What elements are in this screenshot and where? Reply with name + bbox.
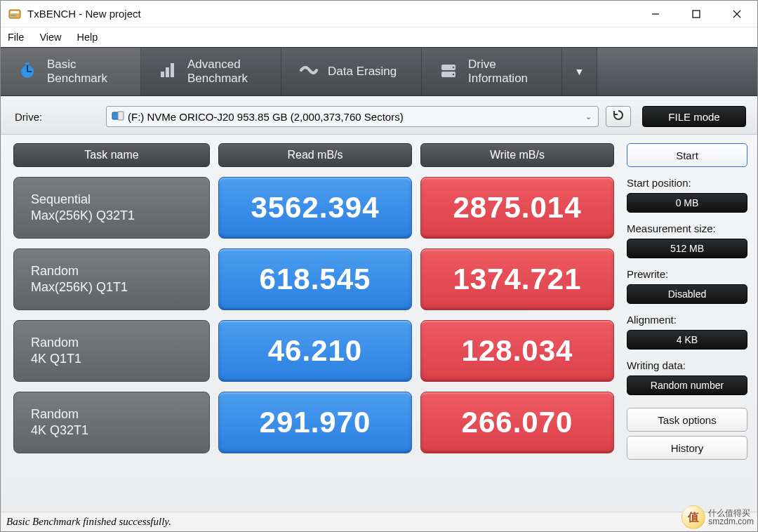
- write-value-cell: 128.034: [420, 320, 614, 382]
- menu-file[interactable]: File: [8, 32, 24, 43]
- stopwatch-icon: [18, 60, 37, 84]
- file-mode-button[interactable]: FILE mode: [642, 106, 746, 127]
- alignment-value[interactable]: 4 KB: [627, 330, 747, 350]
- write-value-cell: 1374.721: [420, 248, 614, 310]
- svg-rect-13: [171, 63, 174, 77]
- main-area: Task name Read mB/s Write mB/s Sequentia…: [1, 135, 757, 512]
- writing-data-value[interactable]: Random number: [627, 375, 747, 395]
- write-value-cell: 266.070: [420, 392, 614, 453]
- svg-rect-1: [11, 11, 19, 13]
- tab-data-erasing[interactable]: Data Erasing: [281, 48, 422, 95]
- refresh-icon: [612, 109, 625, 125]
- svg-rect-12: [166, 67, 169, 77]
- svg-point-16: [453, 66, 455, 68]
- menu-help[interactable]: Help: [77, 32, 98, 43]
- writing-data-label: Writing data:: [627, 359, 747, 371]
- close-button[interactable]: [717, 1, 757, 27]
- drive-icon: [439, 60, 458, 84]
- svg-rect-2: [11, 15, 16, 16]
- drive-row: Drive: (F:) NVMe ORICO-J20 953.85 GB (2,…: [1, 96, 757, 135]
- bars-icon: [158, 60, 178, 84]
- result-row: Random 4K Q32T1 291.970 266.070: [13, 392, 614, 453]
- task-options-button[interactable]: Task options: [627, 408, 747, 432]
- drive-label: Drive:: [15, 111, 99, 123]
- svg-rect-8: [25, 62, 29, 65]
- menubar: File View Help: [1, 27, 757, 47]
- tab-more-dropdown[interactable]: ▼: [562, 48, 597, 95]
- window-title: TxBENCH - New project: [27, 8, 141, 20]
- task-name-cell[interactable]: Random 4K Q1T1: [13, 320, 210, 382]
- svg-point-17: [453, 73, 455, 75]
- start-position-label: Start position:: [627, 177, 747, 189]
- disk-icon: [112, 110, 124, 124]
- prewrite-value[interactable]: Disabled: [627, 284, 747, 304]
- start-button[interactable]: Start: [627, 143, 747, 167]
- column-header-read: Read mB/s: [218, 143, 412, 167]
- sidebar: Start Start position: 0 MB Measurement s…: [627, 135, 747, 512]
- maximize-button[interactable]: [676, 1, 717, 27]
- drive-select[interactable]: (F:) NVMe ORICO-J20 953.85 GB (2,000,373…: [106, 106, 599, 127]
- svg-rect-4: [693, 11, 700, 18]
- tab-advanced-benchmark[interactable]: Advanced Benchmark: [141, 48, 281, 95]
- minimize-button[interactable]: [635, 1, 676, 27]
- measurement-size-label: Measurement size:: [627, 222, 747, 234]
- status-text: Basic Benchmark finished successfully.: [6, 516, 171, 528]
- tab-drive-information[interactable]: Drive Information: [422, 48, 562, 95]
- result-row: Random 4K Q1T1 46.210 128.034: [13, 320, 614, 382]
- measurement-size-value[interactable]: 512 MB: [627, 239, 747, 258]
- svg-rect-11: [161, 72, 164, 77]
- app-window: TxBENCH - New project File View Help Bas…: [0, 0, 758, 532]
- task-name-cell[interactable]: Random 4K Q32T1: [13, 392, 210, 453]
- read-value-cell: 3562.394: [218, 177, 412, 239]
- menu-view[interactable]: View: [39, 32, 61, 43]
- read-value-cell: 46.210: [218, 320, 412, 382]
- titlebar: TxBENCH - New project: [1, 1, 757, 27]
- write-value-cell: 2875.014: [420, 177, 614, 239]
- app-icon: [8, 7, 22, 21]
- tabstrip: Basic Benchmark Advanced Benchmark Data …: [1, 47, 757, 96]
- prewrite-label: Prewrite:: [627, 268, 747, 280]
- svg-rect-19: [118, 112, 124, 120]
- read-value-cell: 291.970: [218, 392, 412, 453]
- alignment-label: Alignment:: [627, 314, 747, 326]
- start-position-value[interactable]: 0 MB: [627, 193, 747, 213]
- history-button[interactable]: History: [627, 436, 747, 460]
- column-header-write: Write mB/s: [420, 143, 614, 167]
- svg-rect-0: [9, 10, 20, 18]
- tab-basic-benchmark[interactable]: Basic Benchmark: [1, 48, 141, 95]
- result-row: Random Max(256K) Q1T1 618.545 1374.721: [13, 248, 614, 310]
- task-name-cell[interactable]: Sequential Max(256K) Q32T1: [13, 177, 210, 239]
- result-row: Sequential Max(256K) Q32T1 3562.394 2875…: [13, 177, 614, 239]
- results-panel: Task name Read mB/s Write mB/s Sequentia…: [13, 135, 627, 512]
- statusbar: Basic Benchmark finished successfully.: [1, 512, 757, 531]
- column-header-task: Task name: [13, 143, 210, 167]
- chevron-down-icon: ▼: [575, 66, 585, 77]
- erase-icon: [298, 60, 318, 84]
- refresh-button[interactable]: [606, 106, 631, 127]
- read-value-cell: 618.545: [218, 248, 412, 310]
- task-name-cell[interactable]: Random Max(256K) Q1T1: [13, 248, 210, 310]
